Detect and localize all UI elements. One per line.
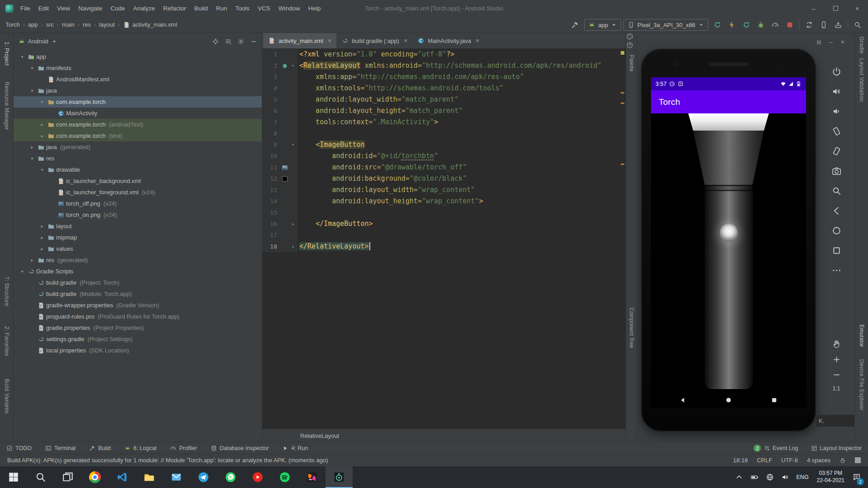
battery-icon[interactable]	[747, 466, 762, 488]
device-select[interactable]: Pixel_3a_API_30_x86	[623, 19, 708, 31]
taskbar-spotify-button[interactable]	[271, 466, 298, 488]
emulator-more-button[interactable]	[831, 265, 842, 276]
menu-refactor[interactable]: Refactor	[159, 0, 190, 17]
build-hammer-button[interactable]	[568, 19, 582, 31]
stripe-item-layout-validation[interactable]: Layout Validation	[859, 58, 865, 102]
tool-window-button-4-run[interactable]: 4: Run	[282, 445, 308, 451]
code-line[interactable]: 7 tools:context=".MainActivity">	[262, 117, 626, 128]
code-line[interactable]: 3 xmlns:app="http://schemas.android.com/…	[262, 71, 626, 83]
tree-item-mipmap[interactable]: ▸mipmap	[14, 232, 262, 243]
emulator-screen[interactable]: 3:57 Torch	[651, 77, 806, 408]
tree-item-values[interactable]: ▸values	[14, 243, 262, 254]
tree-expand-arrow[interactable]: ▸	[28, 258, 36, 263]
stripe-item-build-variants[interactable]: Build Variants	[4, 379, 10, 413]
code-editor[interactable]: 1<?xml version="1.0" encoding="utf-8"?>2…	[262, 49, 626, 429]
hide-panel-button[interactable]	[250, 38, 257, 45]
stop-button[interactable]	[783, 19, 797, 31]
menu-analyze[interactable]: Analyze	[129, 0, 159, 17]
emulator-rotate-right-button[interactable]	[831, 146, 842, 156]
palette-tab[interactable]: Palette	[628, 55, 635, 71]
zoom-out-button[interactable]	[832, 370, 841, 380]
tree-expand-arrow[interactable]: ▸	[38, 235, 46, 240]
run-restart-button[interactable]	[711, 19, 724, 31]
code-line[interactable]: 16▴ </ImageButton>	[262, 218, 626, 230]
menu-navigate[interactable]: Navigate	[74, 0, 106, 17]
tree-expand-arrow[interactable]: ▸	[38, 122, 46, 127]
line-ending-widget[interactable]: CRLF	[757, 457, 772, 464]
tool-window-button-profiler[interactable]: Profiler	[170, 445, 197, 451]
tree-item-res-generated[interactable]: ▸res(generated)	[14, 254, 262, 266]
code-line[interactable]: 8	[262, 128, 626, 139]
build-status-message[interactable]: Build APK(s): APK(s) generated successfu…	[7, 457, 328, 464]
emulator-volume-down-button[interactable]	[831, 106, 842, 117]
tree-expand-arrow[interactable]: ▸	[28, 145, 36, 150]
apply-changes-button[interactable]	[725, 19, 739, 31]
stripe-item-2-favorites[interactable]: 2: Favorites	[4, 326, 10, 356]
tree-item-app[interactable]: ▾app	[14, 51, 262, 62]
taskbar-vscode-button[interactable]	[108, 466, 136, 488]
warning-stripe-mark[interactable]	[621, 103, 624, 104]
tree-item-java-generated[interactable]: ▸java(generated)	[14, 141, 262, 153]
taskbar-clock[interactable]: 03:57 PM 22-04-2021	[812, 470, 849, 484]
menu-tools[interactable]: Tools	[231, 0, 254, 17]
tree-item-build-gradle-module-torch-app[interactable]: build.gradle(Module: Torch.app)	[14, 288, 262, 300]
run-configuration-select[interactable]: app	[584, 19, 621, 31]
project-view-mode[interactable]: Android	[28, 38, 48, 45]
code-line[interactable]: 4 xmlns:tools="http://schemas.android.co…	[262, 83, 626, 94]
tree-item-build-gradle-project-torch[interactable]: build.gradle(Project: Torch)	[14, 277, 262, 288]
tree-collapse-arrow[interactable]: ▾	[38, 99, 46, 104]
volume-icon[interactable]	[778, 466, 793, 488]
code-line[interactable]: 13 android:layout_width="wrap_content"	[262, 184, 626, 196]
code-line[interactable]: 15	[262, 207, 626, 218]
menu-code[interactable]: Code	[106, 0, 129, 17]
stripe-item-emulator[interactable]: Emulator	[859, 324, 865, 347]
taskbar-android-studio-button[interactable]	[326, 466, 353, 488]
tree-item-gradle-wrapper-properties-gradle-version[interactable]: gradle-wrapper.properties(Gradle Version…	[14, 300, 262, 311]
tree-item-ic-launcher-background-xml[interactable]: ic_launcher_background.xml	[14, 175, 262, 187]
emulator-overview-button[interactable]	[831, 245, 842, 256]
indent-widget[interactable]: 4 spaces	[807, 457, 830, 464]
breadcrumb-main[interactable]: main	[62, 21, 75, 28]
code-line[interactable]: 17	[262, 230, 626, 241]
breadcrumb-torch[interactable]: Torch	[5, 21, 20, 28]
taskbar-whatsapp-button[interactable]	[217, 466, 244, 488]
breadcrumb-src[interactable]: src	[46, 21, 54, 28]
taskbar-search-button[interactable]	[27, 466, 54, 488]
code-line[interactable]: 2▾<RelativeLayout xmlns:android="http://…	[262, 60, 626, 71]
menu-view[interactable]: View	[53, 0, 74, 17]
menu-file[interactable]: File	[16, 0, 34, 17]
breadcrumb-layout[interactable]: layout	[99, 21, 115, 28]
tree-item-torch-off-png-v24[interactable]: torch_off.png(v24)	[14, 198, 262, 209]
tool-window-button-todo[interactable]: TODO	[6, 445, 32, 451]
tab-build-gradle-app[interactable]: build.gradle (:app)×	[336, 33, 412, 48]
tree-expand-arrow[interactable]: ▸	[38, 224, 46, 229]
fold-marker[interactable]: ▴	[289, 218, 297, 230]
tree-item-manifests[interactable]: ▾manifests	[14, 62, 262, 74]
project-settings-button[interactable]	[237, 38, 245, 45]
warning-stripe-mark[interactable]	[621, 92, 624, 94]
close-window-button[interactable]: ×	[846, 0, 868, 17]
tree-item-com-example-torch-androidtest[interactable]: ▸com.example.torch(androidTest)	[14, 119, 262, 130]
tool-window-button-6-logcat[interactable]: 6: Logcat	[124, 445, 156, 451]
sdk-manager-button[interactable]	[831, 19, 845, 31]
close-tab-icon[interactable]: ×	[404, 37, 407, 44]
warning-stripe-mark[interactable]	[621, 164, 624, 165]
imgprev-gutter-icon[interactable]	[280, 164, 289, 171]
tree-collapse-arrow[interactable]: ▾	[18, 269, 26, 274]
emulator-power-button[interactable]	[831, 66, 842, 77]
stripe-item-device-file-explorer[interactable]: Device File Explorer	[859, 359, 865, 410]
gradle-sync-button[interactable]	[802, 19, 816, 31]
tree-collapse-arrow[interactable]: ▾	[18, 54, 26, 59]
inspection-status-icon[interactable]	[621, 51, 624, 55]
code-line[interactable]: 14 android:layout_height="wrap_content">	[262, 196, 626, 207]
tab-mainactivity-java[interactable]: MainActivity.java×	[412, 33, 484, 48]
tree-item-com-example-torch-test[interactable]: ▸com.example.torch(test)	[14, 130, 262, 141]
avd-manager-button[interactable]	[817, 19, 830, 31]
breadcrumb-app[interactable]: app	[28, 21, 38, 28]
tool-window-button-database-inspector[interactable]: Database Inspector	[211, 445, 269, 451]
breadcrumb-res[interactable]: res	[83, 21, 91, 28]
tray-expand-button[interactable]	[731, 466, 747, 488]
taskbar-start-button[interactable]	[0, 466, 27, 488]
tree-item-local-properties-sdk-location[interactable]: local.properties(SDK Location)	[14, 345, 262, 356]
menu-edit[interactable]: Edit	[34, 0, 53, 17]
